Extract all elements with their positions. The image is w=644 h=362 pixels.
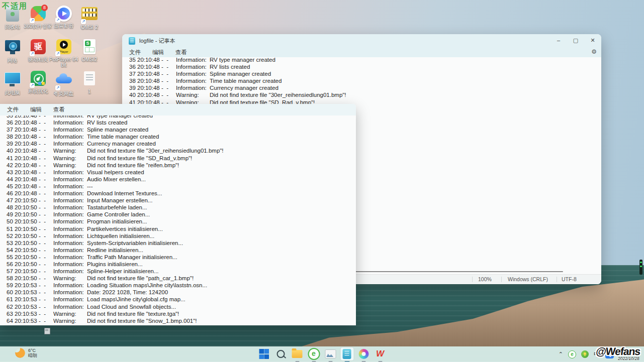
wps-w-icon: W <box>376 349 384 359</box>
folder-icon <box>292 350 303 358</box>
log-line: 39 20:10:48 - -Information:Currency mana… <box>129 84 601 91</box>
menu-file[interactable]: 文件 <box>127 48 143 57</box>
log-line: 42 20:10:48 - -Warning:Did not find text… <box>7 162 356 169</box>
close-button[interactable]: ✕ <box>584 34 601 47</box>
wps-button[interactable]: W <box>374 347 387 360</box>
cloud-drive-icon <box>56 73 72 83</box>
wallpaper-signature-watermark: @Wefans 2022/10/28 <box>595 345 641 361</box>
desktop-icon-omsi2-game[interactable]: ↗ OMSI 2 <box>72 5 107 30</box>
menu-file[interactable]: 文件 <box>5 105 21 114</box>
shortcut-arrow-icon: ↗ <box>30 18 35 23</box>
log-line: 35 20:10:48 - -Information:RV type manag… <box>129 57 601 63</box>
log-line: 40 20:10:48 - -Warning:Did not find text… <box>129 91 601 98</box>
desktop-icon-text-file-1[interactable]: 1 <box>72 70 107 94</box>
log-line: 37 20:10:48 - -Information:Spline manage… <box>7 126 356 133</box>
log-line: 51 20:10:50 - -Information:Partikelverti… <box>7 225 356 232</box>
paint-button[interactable] <box>357 347 370 360</box>
log-line: 63 20:10:53 - -Warning:Did not find text… <box>7 310 356 317</box>
bus-icon <box>81 7 98 20</box>
wallpaper-tower-detail <box>639 260 642 275</box>
log-line: 65 20:10:53 - -Information:Load Precip. … <box>7 324 356 325</box>
icon-label: 1 <box>72 89 107 94</box>
log-line: 49 20:10:50 - -Information:Game Controll… <box>7 211 356 218</box>
tray-360-safety-icon[interactable] <box>581 350 589 358</box>
log-line: 36 20:10:48 - -Information:RV lists crea… <box>7 119 356 126</box>
busy-cursor-icon <box>44 328 50 334</box>
log-line: 40 20:10:48 - -Warning:Did not find text… <box>7 147 356 154</box>
log-line: 62 20:10:53 - -Information:Load Cloud an… <box>7 303 356 310</box>
windows-logo-icon <box>259 349 269 359</box>
menu-bar: 文件 编辑 查看 ⚙ <box>122 47 601 57</box>
log-line: 47 20:10:50 - -Information:Input Manager… <box>7 197 356 204</box>
tray-chevron-up-icon[interactable]: ⌃ <box>559 351 563 357</box>
log-line: 53 20:10:50 - -Information:System-Script… <box>7 239 356 247</box>
log-line: 50 20:10:50 - -Information:Progman initi… <box>7 218 356 225</box>
notepad-icon <box>343 349 351 359</box>
minimize-button[interactable]: – <box>550 34 567 47</box>
weather-temp: 6°C <box>28 348 37 353</box>
search-button[interactable] <box>274 347 287 360</box>
menu-view[interactable]: 查看 <box>173 48 189 57</box>
log-line: 60 20:10:53 - -Information:Date: 2022 10… <box>7 289 356 296</box>
menu-edit[interactable]: 编辑 <box>28 105 44 114</box>
green-watermark-text: 不适用 <box>2 2 28 11</box>
spreadsheet-file-icon: S <box>83 39 96 54</box>
taskbar: 6°C 晴朗 e W ⌃ e 中 Q <box>0 346 644 362</box>
log-line: 52 20:10:50 - -Information:Lichtquellen … <box>7 232 356 239</box>
menu-bar: 文件 编辑 查看 <box>0 104 356 115</box>
log-line: 38 20:10:48 - -Information:Time table ma… <box>129 77 601 84</box>
log-line: 57 20:10:50 - -Information:Spline-Helper… <box>7 268 356 275</box>
shortcut-arrow-icon: ↗ <box>30 83 35 88</box>
moon-weather-icon <box>15 348 25 358</box>
log-line: 55 20:10:50 - -Information:Traffic Path … <box>7 254 356 261</box>
log-line: 41 20:10:48 - -Warning:Did not find text… <box>7 155 356 162</box>
search-icon <box>277 350 285 358</box>
shortcut-arrow-icon: ↗ <box>81 19 86 24</box>
icon-label: OMSI2 <box>72 57 107 62</box>
paint-palette-icon <box>358 349 369 359</box>
log-line: 58 20:10:50 - -Warning:Did not find text… <box>7 275 356 282</box>
start-button[interactable] <box>257 347 270 360</box>
text-editor-area[interactable]: 35 20:10:48 - -Information:RV type manag… <box>0 115 356 325</box>
taskbar-center-icons: e W <box>257 347 387 360</box>
maximize-button[interactable]: ▢ <box>567 34 584 47</box>
status-divider <box>557 277 557 282</box>
browser-360-button[interactable]: e <box>307 347 320 360</box>
shortcut-arrow-icon: ↗ <box>30 51 35 56</box>
document-icon <box>84 71 95 85</box>
log-line: 36 20:10:48 - -Information:RV lists crea… <box>129 63 601 70</box>
menu-edit[interactable]: 编辑 <box>150 48 166 57</box>
log-line: 59 20:10:53 - -Information:Loading Situa… <box>7 282 356 289</box>
weather-condition: 晴朗 <box>28 353 37 358</box>
shortcut-arrow-icon: ↗ <box>55 18 60 23</box>
log-line: 38 20:10:48 - -Information:Time table ma… <box>7 133 356 140</box>
this-pc-icon <box>5 72 21 84</box>
menu-view[interactable]: 查看 <box>51 105 67 114</box>
desktop-icon-omsi2-file[interactable]: S OMSI2 <box>72 38 107 62</box>
log-line: 37 20:10:48 - -Information:Spline manage… <box>129 70 601 77</box>
window-title: logfile - 记事本 <box>139 37 175 45</box>
status-divider <box>501 277 502 282</box>
zoom-level: 100% <box>478 276 492 282</box>
log-line: 39 20:10:48 - -Information:Currency mana… <box>7 140 356 147</box>
photos-button[interactable] <box>324 347 337 360</box>
file-explorer-button[interactable] <box>291 347 304 360</box>
notepad-app-icon <box>129 37 135 45</box>
log-line: 54 20:10:50 - -Information:Redline initi… <box>7 247 356 254</box>
icon-label: OMSI 2 <box>72 25 107 30</box>
notepad-button-active[interactable] <box>340 347 353 360</box>
encoding: UTF-8 <box>562 276 577 282</box>
titlebar[interactable]: logfile - 记事本 – ▢ ✕ <box>122 34 601 47</box>
settings-gear-icon[interactable]: ⚙ <box>591 48 597 55</box>
tray-browser-icon[interactable]: e <box>568 350 576 358</box>
line-ending: Windows (CRLF) <box>508 276 548 282</box>
taskbar-weather-widget[interactable]: 6°C 晴朗 <box>15 348 37 358</box>
log-line: 45 20:10:48 - -Information:--- <box>7 183 356 190</box>
log-line: 64 20:10:53 - -Warning:Did not find text… <box>7 317 356 324</box>
desktop-screen: 不适用 回收站 8 ↗ 360软件管家 ↗ 迅雷影音 ↗ OMSI 2 网络 驱… <box>0 0 644 362</box>
photo-viewer-icon <box>325 349 336 358</box>
log-line: 35 20:10:48 - -Information:RV type manag… <box>7 115 356 119</box>
status-divider <box>472 277 473 282</box>
shortcut-arrow-icon: ↗ <box>55 85 60 90</box>
network-icon <box>5 40 20 51</box>
